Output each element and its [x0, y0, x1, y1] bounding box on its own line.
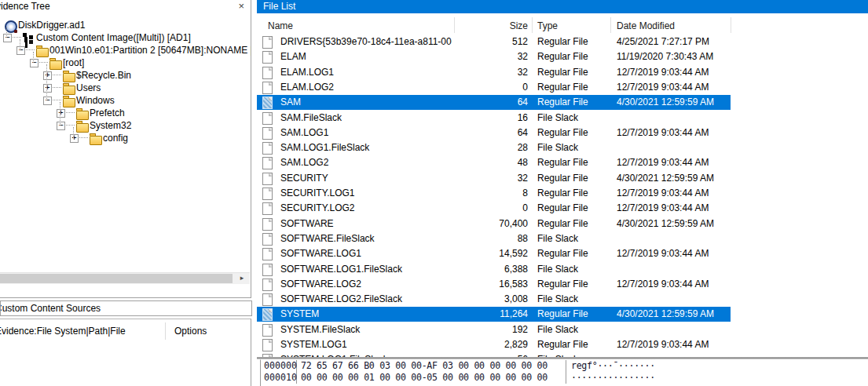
file-icon — [262, 127, 273, 140]
tree-connector-line — [51, 100, 61, 100]
file-size: 16,583 — [375, 277, 528, 292]
tree-node[interactable]: +config — [0, 132, 251, 144]
file-row[interactable]: SECURITY32Regular File4/30/2021 12:59:59… — [257, 171, 731, 186]
file-type: Regular File — [537, 307, 616, 322]
close-icon[interactable]: × — [238, 0, 244, 13]
column-header-name[interactable]: Name — [268, 20, 293, 31]
file-size: 14,592 — [375, 246, 528, 261]
file-type: Regular File — [537, 95, 616, 110]
collapse-icon[interactable]: − — [30, 59, 38, 67]
file-icon — [262, 142, 273, 155]
tree-node[interactable]: −Windows — [0, 94, 251, 107]
file-size: 64 — [375, 95, 528, 110]
file-row[interactable]: SECURITY.LOG18Regular File12/7/2019 9:03… — [257, 186, 731, 201]
file-type: File Slack — [537, 140, 616, 155]
file-row[interactable]: SOFTWARE.LOG114,592Regular File12/7/2019… — [257, 246, 731, 261]
file-type: Regular File — [537, 186, 616, 201]
expand-icon[interactable]: + — [57, 109, 65, 118]
file-type: Regular File — [537, 80, 616, 95]
tree-node[interactable]: +$Recycle.Bin — [0, 69, 251, 82]
file-row[interactable]: SOFTWARE.FileSlack88File Slack — [257, 231, 731, 246]
file-row[interactable]: SAM64Regular File4/30/2021 12:59:59 AM — [257, 95, 731, 110]
tree-connector-line — [24, 49, 35, 50]
column-divider[interactable] — [610, 17, 611, 33]
column-header-date-modified[interactable]: Date Modified — [617, 20, 675, 31]
file-row[interactable]: SOFTWARE.LOG216,583Regular File12/7/2019… — [257, 277, 731, 292]
file-icon — [262, 248, 273, 260]
tree-node[interactable]: −001Win10.e01:Partition 2 [50647MB]:NONA… — [0, 44, 251, 56]
file-date-modified: 12/7/2019 9:03:44 AM — [617, 126, 742, 140]
file-row[interactable]: SYSTEM.LOG12,829Regular File12/7/2019 9:… — [257, 337, 731, 352]
tree-node-label: Windows — [76, 95, 115, 106]
evidence-tree-panel: Evidence Tree × DiskDrigger.ad1−Custom C… — [0, 0, 251, 298]
column-header-size[interactable]: Size — [375, 20, 528, 31]
tree-node-label: System32 — [90, 120, 131, 131]
file-icon — [262, 339, 273, 351]
file-date-modified: 4/25/2021 7:27:17 PM — [617, 35, 742, 49]
file-row[interactable]: DRIVERS{53b39e70-18c4-11ea-a811-000d...5… — [257, 35, 731, 49]
file-type: File Slack — [537, 231, 616, 246]
file-size: 2,829 — [375, 337, 528, 352]
tree-node[interactable]: DiskDrigger.ad1 — [0, 19, 251, 31]
file-type: Regular File — [537, 337, 616, 352]
tree-node[interactable]: −System32 — [0, 119, 251, 132]
file-row[interactable]: SAM.LOG248Regular File12/7/2019 9:03:44 … — [257, 155, 731, 170]
collapse-icon[interactable]: − — [3, 34, 12, 42]
file-size: 70,400 — [375, 217, 528, 231]
tree-node[interactable]: +Users — [0, 82, 251, 94]
custom-content-sources-title: Custom Content Sources — [0, 301, 101, 316]
file-list-title: File List — [263, 1, 295, 12]
tree-node-label: config — [103, 133, 128, 144]
file-size: 88 — [375, 231, 528, 246]
file-row[interactable]: SOFTWARE.LOG1.FileSlack6,388File Slack — [257, 262, 731, 277]
file-date-modified: 12/7/2019 9:03:44 AM — [617, 155, 742, 170]
file-icon — [262, 293, 273, 306]
tree-node[interactable]: +Prefetch — [0, 107, 251, 119]
column-divider[interactable] — [532, 17, 533, 33]
file-type: File Slack — [537, 322, 616, 337]
column-header-type[interactable]: Type — [537, 20, 558, 31]
tree-connector-line — [38, 62, 48, 63]
file-size: 32 — [375, 171, 528, 186]
file-icon — [262, 51, 273, 64]
hex-offset: 000010 — [261, 372, 297, 384]
expand-icon[interactable]: + — [70, 134, 79, 143]
file-date-modified: 11/19/2020 7:30:43 AM — [617, 49, 742, 64]
file-row[interactable]: SYSTEM.FileSlack192File Slack — [257, 322, 731, 337]
scroll-right-arrow-icon[interactable]: ▸ — [236, 273, 248, 283]
tree-node[interactable]: −Custom Content Image([Multi]) [AD1] — [0, 31, 251, 44]
file-size: 64 — [375, 126, 528, 140]
expand-icon[interactable]: + — [43, 71, 52, 80]
custom-content-sources-panel: Evidence:File System|Path|File Options — [0, 319, 251, 386]
column-divider[interactable] — [731, 17, 731, 33]
file-icon — [262, 202, 273, 215]
custom-content-icon — [23, 33, 33, 43]
file-row[interactable]: SYSTEM11,264Regular File4/30/2021 12:59:… — [257, 307, 731, 322]
horizontal-scrollbar[interactable]: ▸ — [0, 272, 250, 284]
file-icon — [262, 96, 273, 109]
file-row[interactable]: SOFTWARE70,400Regular File4/30/2021 12:5… — [257, 217, 731, 231]
file-size: 32 — [375, 65, 528, 80]
file-row[interactable]: SAM.LOG164Regular File12/7/2019 9:03:44 … — [257, 126, 731, 140]
folder-icon — [90, 136, 102, 145]
file-row[interactable]: SOFTWARE.LOG2.FileSlack3,008File Slack — [257, 292, 731, 307]
tree-trunk-line — [46, 64, 47, 100]
file-row[interactable]: SAM.LOG1.FileSlack28File Slack — [257, 140, 731, 155]
tree-node[interactable]: −[root] — [0, 56, 251, 69]
file-row[interactable]: ELAM.LOG20Regular File12/7/2019 9:03:44 … — [257, 80, 731, 95]
file-size: 8 — [375, 186, 528, 201]
file-row[interactable]: ELAM.LOG132Regular File12/7/2019 9:03:44… — [257, 65, 731, 80]
file-type: Regular File — [537, 49, 616, 64]
scrollbar-thumb[interactable] — [0, 274, 233, 283]
file-date-modified: 4/30/2021 12:59:59 AM — [617, 307, 742, 322]
file-row[interactable]: ELAM32Regular File11/19/2020 7:30:43 AM — [257, 49, 731, 64]
collapse-icon[interactable]: − — [16, 46, 25, 55]
collapse-icon[interactable]: − — [57, 122, 65, 130]
collapse-icon[interactable]: − — [43, 96, 52, 105]
column-divider[interactable] — [454, 17, 455, 33]
file-date-modified: 12/7/2019 9:03:44 AM — [617, 186, 742, 201]
expand-icon[interactable]: + — [43, 84, 52, 93]
file-row[interactable]: SECURITY.LOG20Regular File12/7/2019 9:03… — [257, 201, 731, 216]
file-list-rows: DRIVERS{53b39e70-18c4-11ea-a811-000d...5… — [257, 35, 868, 357]
file-row[interactable]: SAM.FileSlack16File Slack — [257, 111, 731, 126]
